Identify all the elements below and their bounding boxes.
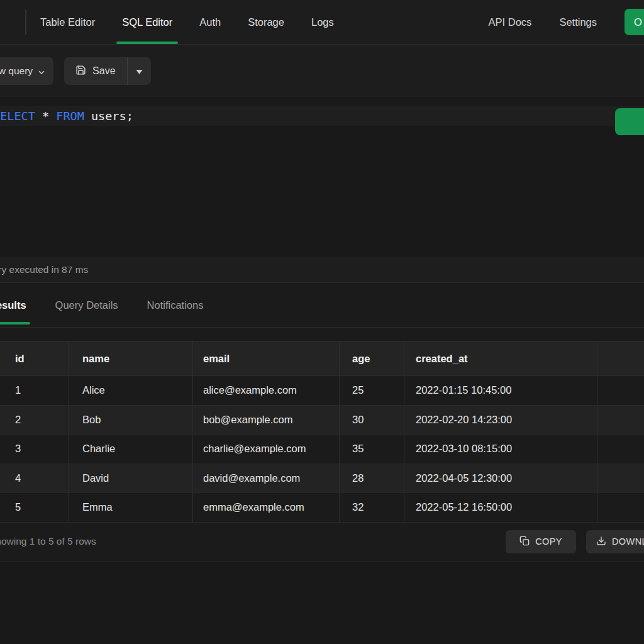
cell-created-at: 2022-01:15 10:45:00 [404, 376, 597, 405]
cell-created-at: 2022-05-12 16:50:00 [404, 493, 597, 522]
copy-button[interactable]: COPY [506, 530, 576, 553]
page-bottom-area [0, 562, 644, 644]
nav-item-table-editor[interactable]: Table Editor [40, 0, 95, 44]
cell-id: 3 [0, 435, 69, 464]
download-label: DOWNLOAD [612, 536, 644, 547]
cell-name: Emma [69, 493, 193, 522]
cell-empty [597, 376, 644, 405]
caret-down-icon [136, 67, 143, 76]
table-row: 2 Bob bob@example.com 30 2022-02-20 14:2… [0, 406, 644, 435]
cell-age: 30 [340, 406, 404, 435]
nav-action-button[interactable]: O [625, 9, 644, 35]
cell-email: david@example.com [193, 464, 340, 493]
download-button[interactable]: DOWNLOAD [586, 530, 644, 553]
save-dropdown-button[interactable] [128, 57, 151, 85]
save-split-button: Save [64, 57, 150, 85]
chevron-down-icon [38, 65, 45, 77]
cell-age: 28 [340, 464, 404, 493]
top-nav: Table Editor SQL Editor Auth Storage Log… [0, 0, 644, 45]
column-header-email: email [193, 341, 340, 375]
results-tabs: Results Query Details Notifications [0, 283, 644, 328]
cell-id: 5 [0, 493, 69, 522]
tab-notifications[interactable]: Notifications [147, 283, 204, 327]
cell-created-at: 2022-02-20 14:23:00 [404, 406, 597, 435]
column-header-id: id [0, 341, 69, 375]
table-footer: Showing 1 to 5 of 5 rows COPY DOWNLOAD [0, 523, 644, 562]
sql-code-editor[interactable]: SELECT * FROM users; [0, 97, 644, 257]
column-header-name: name [69, 341, 193, 375]
cell-email: charlie@example.com [193, 435, 340, 464]
column-header-age: age [340, 341, 404, 375]
sql-query-line[interactable]: SELECT * FROM users; [0, 106, 644, 126]
nav-item-logs[interactable]: Logs [311, 0, 334, 44]
cell-age: 35 [340, 435, 404, 464]
cell-empty [597, 464, 644, 493]
cell-age: 32 [340, 493, 404, 522]
new-query-label: New query [0, 65, 33, 77]
cell-email: alice@example.com [193, 376, 340, 405]
new-query-button[interactable]: New query [0, 57, 53, 85]
sql-text: * [35, 109, 56, 123]
table-row: 3 Charlie charlie@example.com 35 2022-03… [0, 435, 644, 464]
table-row: 5 Emma emma@example.com 32 2022-05-12 16… [0, 493, 644, 523]
results-table: id name email age created_at 1 Alice ali… [0, 341, 644, 523]
copy-label: COPY [535, 536, 562, 547]
sql-keyword: SELECT [0, 109, 35, 123]
nav-item-storage[interactable]: Storage [248, 0, 284, 44]
download-icon [596, 536, 606, 548]
cell-name: Bob [69, 406, 193, 435]
cell-email: emma@example.com [193, 493, 340, 522]
run-query-button[interactable] [615, 108, 644, 135]
nav-item-sql-editor[interactable]: SQL Editor [122, 0, 172, 44]
editor-toolbar: New query Save [0, 45, 644, 97]
cell-id: 2 [0, 406, 69, 435]
column-header-empty [597, 341, 644, 375]
table-header-row: id name email age created_at [0, 341, 644, 376]
cell-created-at: 2022-04-05 12:30:00 [404, 464, 597, 493]
tabs-table-spacer [0, 328, 644, 341]
cell-name: David [69, 464, 193, 493]
copy-icon [519, 536, 530, 548]
column-header-created-at: created_at [404, 341, 597, 375]
cell-created-at: 2022-03-10 08:15:00 [404, 435, 597, 464]
cell-name: Charlie [69, 435, 193, 464]
cell-empty [597, 406, 644, 435]
cell-empty [597, 435, 644, 464]
sql-editor-page: Table Editor SQL Editor Auth Storage Log… [0, 0, 644, 644]
save-button[interactable]: Save [64, 57, 126, 85]
cell-id: 1 [0, 376, 69, 405]
table-row: 4 David david@example.com 28 2022-04-05 … [0, 464, 644, 494]
cell-name: Alice [69, 376, 193, 405]
nav-divider [25, 9, 26, 35]
sql-text: users; [84, 109, 133, 123]
cell-id: 4 [0, 464, 69, 493]
save-label: Save [92, 65, 115, 77]
nav-left-group: Table Editor SQL Editor Auth Storage Log… [40, 0, 334, 44]
nav-item-api-docs[interactable]: API Docs [489, 16, 532, 28]
nav-item-settings[interactable]: Settings [559, 16, 597, 28]
cell-email: bob@example.com [193, 406, 340, 435]
row-count-summary: Showing 1 to 5 of 5 rows [0, 536, 96, 547]
save-icon [75, 65, 86, 78]
tab-results[interactable]: Results [0, 283, 26, 327]
tab-query-details[interactable]: Query Details [55, 283, 118, 327]
execution-status-bar: Query executed in 87 ms [0, 257, 644, 283]
sql-keyword: FROM [56, 109, 84, 123]
table-row: 1 Alice alice@example.com 25 2022-01:15 … [0, 376, 644, 406]
execution-status-text: Query executed in 87 ms [0, 264, 88, 275]
nav-item-auth[interactable]: Auth [199, 0, 221, 44]
nav-right-group: API Docs Settings O [489, 9, 644, 35]
cell-empty [597, 493, 644, 522]
cell-age: 25 [340, 376, 404, 405]
